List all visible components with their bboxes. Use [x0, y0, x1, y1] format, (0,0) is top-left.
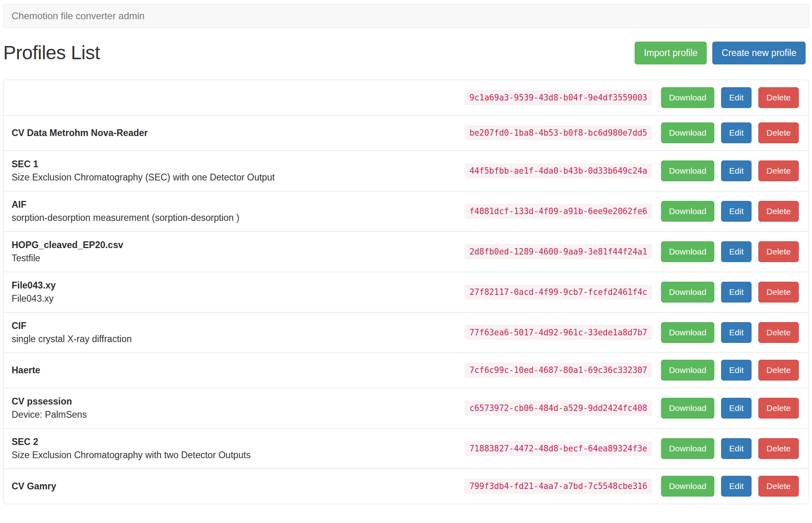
profile-actions: be207fd0-1ba8-4b53-b0f8-bc6d980e7dd5 Dow… — [464, 122, 799, 143]
download-button[interactable]: Download — [661, 87, 714, 108]
profile-actions: 2d8fb0ed-1289-4600-9aa9-3e81f44f24a1 Dow… — [464, 241, 799, 262]
profile-title: CV Gamry — [12, 480, 455, 493]
edit-button[interactable]: Edit — [721, 322, 752, 343]
profile-uuid-badge: 44f5bfbb-ae1f-4da0-b43b-0d33b649c24a — [464, 163, 652, 178]
profile-description: Device: PalmSens — [12, 408, 455, 421]
delete-button[interactable]: Delete — [758, 87, 799, 108]
delete-button[interactable]: Delete — [758, 122, 799, 143]
profile-actions: 9c1a69a3-9539-43d8-b04f-9e4df3559003 Dow… — [464, 87, 799, 108]
profile-description: sorption-desorption measurement (sorptio… — [12, 211, 455, 224]
profile-description: Size Exclusion Chromatography (SEC) with… — [12, 171, 455, 184]
profile-text: SEC 1 Size Exclusion Chromatography (SEC… — [12, 158, 464, 184]
profile-title: SEC 1 — [12, 158, 455, 171]
profile-uuid-badge: f4881dcf-133d-4f09-a91b-6ee9e2062fe6 — [464, 204, 652, 219]
download-button[interactable]: Download — [661, 122, 714, 143]
profile-title: CIF — [12, 319, 455, 333]
profile-uuid-badge: 799f3db4-fd21-4aa7-a7bd-7c5548cbe316 — [464, 479, 652, 494]
profile-actions: f4881dcf-133d-4f09-a91b-6ee9e2062fe6 Dow… — [464, 201, 799, 222]
profile-title: Haerte — [12, 364, 455, 377]
profile-uuid-badge: c6573972-cb06-484d-a529-9dd2424fc408 — [464, 401, 652, 416]
profile-row: SEC 2 Size Exclusion Chromatography with… — [4, 428, 808, 469]
profile-actions: c6573972-cb06-484d-a529-9dd2424fc408 Dow… — [464, 398, 799, 419]
profile-title: CV Data Metrohm Nova-Reader — [12, 126, 455, 140]
profile-title: CV pssession — [12, 395, 455, 408]
download-button[interactable]: Download — [661, 438, 714, 459]
profile-row: Haerte 7cf6c99c-10ed-4687-80a1-69c36c332… — [4, 353, 808, 388]
delete-button[interactable]: Delete — [758, 241, 799, 262]
page-title: Profiles List — [3, 42, 100, 64]
delete-button[interactable]: Delete — [758, 201, 799, 222]
profile-title: SEC 2 — [12, 435, 455, 449]
profile-description: Size Exclusion Chromatography with two D… — [12, 449, 455, 462]
profile-uuid-badge: 9c1a69a3-9539-43d8-b04f-9e4df3559003 — [464, 90, 652, 105]
profile-uuid-badge: 77f63ea6-5017-4d92-961c-33ede1a8d7b7 — [464, 325, 652, 340]
download-button[interactable]: Download — [661, 201, 714, 222]
edit-button[interactable]: Edit — [721, 201, 752, 222]
page: Chemotion file converter admin Profiles … — [0, 0, 812, 523]
delete-button[interactable]: Delete — [758, 398, 799, 419]
profile-actions: 7cf6c99c-10ed-4687-80a1-69c36c332307 Dow… — [464, 360, 799, 381]
profile-description: single crystal X-ray diffraction — [12, 333, 455, 346]
profile-text: HOPG_cleaved_EP20.csv Testfile — [12, 238, 464, 265]
profiles-list: 9c1a69a3-9539-43d8-b04f-9e4df3559003 Dow… — [3, 80, 809, 504]
profile-text: CV Gamry — [12, 480, 464, 493]
download-button[interactable]: Download — [661, 160, 714, 181]
profile-actions: 71883827-4472-48d8-becf-64ea89324f3e Dow… — [464, 438, 799, 459]
delete-button[interactable]: Delete — [758, 322, 799, 343]
edit-button[interactable]: Edit — [721, 160, 752, 181]
download-button[interactable]: Download — [661, 241, 714, 262]
profile-text: AIF sorption-desorption measurement (sor… — [12, 198, 464, 224]
profile-uuid-badge: 71883827-4472-48d8-becf-64ea89324f3e — [464, 441, 652, 456]
edit-button[interactable]: Edit — [721, 87, 752, 108]
header-buttons: Import profile Create new profile — [635, 42, 809, 64]
profile-row: AIF sorption-desorption measurement (sor… — [4, 191, 808, 231]
edit-button[interactable]: Edit — [721, 438, 752, 459]
delete-button[interactable]: Delete — [758, 360, 799, 381]
profile-uuid-badge: 7cf6c99c-10ed-4687-80a1-69c36c332307 — [464, 363, 652, 378]
edit-button[interactable]: Edit — [721, 360, 752, 381]
profile-actions: 799f3db4-fd21-4aa7-a7bd-7c5548cbe316 Dow… — [464, 476, 799, 497]
download-button[interactable]: Download — [661, 398, 714, 419]
profile-text: CIF single crystal X-ray diffraction — [12, 319, 464, 346]
profile-actions: 27f82117-0acd-4f99-9cb7-fcefd2461f4c Dow… — [464, 282, 799, 303]
edit-button[interactable]: Edit — [721, 282, 752, 303]
profile-description: Testfile — [12, 252, 455, 265]
profile-uuid-badge: 27f82117-0acd-4f99-9cb7-fcefd2461f4c — [464, 285, 652, 300]
delete-button[interactable]: Delete — [758, 476, 799, 497]
profile-row: CV Gamry 799f3db4-fd21-4aa7-a7bd-7c5548c… — [4, 469, 808, 504]
profile-title: AIF — [12, 198, 455, 211]
profile-description: File043.xy — [12, 292, 455, 305]
navbar-brand[interactable]: Chemotion file converter admin — [8, 10, 145, 22]
profile-row: 9c1a69a3-9539-43d8-b04f-9e4df3559003 Dow… — [4, 80, 808, 115]
download-button[interactable]: Download — [661, 322, 714, 343]
profile-text: SEC 2 Size Exclusion Chromatography with… — [12, 435, 464, 462]
delete-button[interactable]: Delete — [758, 282, 799, 303]
edit-button[interactable]: Edit — [721, 398, 752, 419]
delete-button[interactable]: Delete — [758, 160, 799, 181]
profile-actions: 77f63ea6-5017-4d92-961c-33ede1a8d7b7 Dow… — [464, 322, 799, 343]
profile-row: CV pssession Device: PalmSens c6573972-c… — [4, 388, 808, 428]
import-profile-button[interactable]: Import profile — [635, 42, 707, 64]
profile-actions: 44f5bfbb-ae1f-4da0-b43b-0d33b649c24a Dow… — [464, 160, 799, 181]
edit-button[interactable]: Edit — [721, 122, 752, 143]
profile-title: HOPG_cleaved_EP20.csv — [12, 238, 455, 252]
create-new-profile-button[interactable]: Create new profile — [712, 42, 806, 64]
delete-button[interactable]: Delete — [758, 438, 799, 459]
page-header: Profiles List Import profile Create new … — [3, 42, 809, 64]
profile-row: HOPG_cleaved_EP20.csv Testfile 2d8fb0ed-… — [4, 231, 808, 272]
profile-text: CV pssession Device: PalmSens — [12, 395, 464, 421]
profile-row: CIF single crystal X-ray diffraction 77f… — [4, 312, 808, 353]
profile-row: SEC 1 Size Exclusion Chromatography (SEC… — [4, 150, 808, 191]
profile-text: CV Data Metrohm Nova-Reader — [12, 126, 464, 140]
edit-button[interactable]: Edit — [721, 476, 752, 497]
top-navbar: Chemotion file converter admin — [3, 4, 809, 28]
download-button[interactable]: Download — [661, 360, 714, 381]
profile-text: Haerte — [12, 364, 464, 377]
edit-button[interactable]: Edit — [721, 241, 752, 262]
download-button[interactable]: Download — [661, 476, 714, 497]
profile-title: File043.xy — [12, 279, 455, 292]
profile-uuid-badge: 2d8fb0ed-1289-4600-9aa9-3e81f44f24a1 — [464, 244, 652, 259]
profile-uuid-badge: be207fd0-1ba8-4b53-b0f8-bc6d980e7dd5 — [464, 125, 652, 140]
download-button[interactable]: Download — [661, 282, 714, 303]
profile-text: File043.xy File043.xy — [12, 279, 464, 305]
